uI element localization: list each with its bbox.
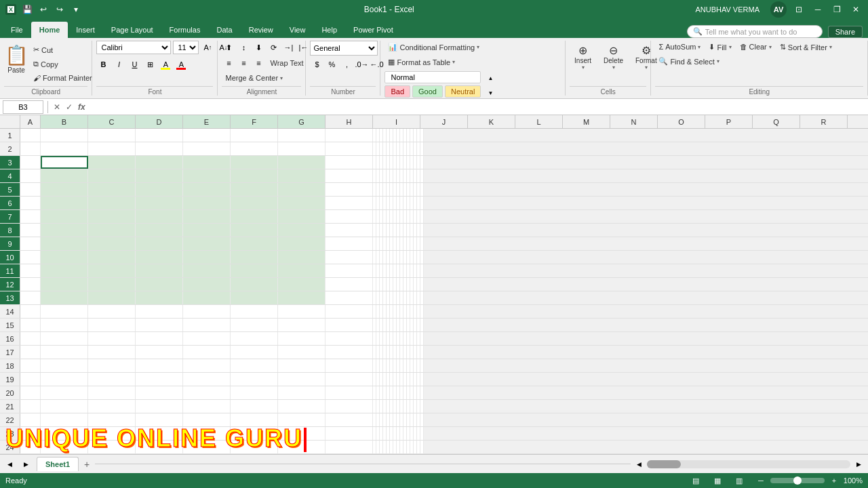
cell-A19[interactable] xyxy=(20,373,41,386)
cell-H20[interactable] xyxy=(326,386,373,399)
cell-W3[interactable] xyxy=(420,156,424,169)
cell-G18[interactable] xyxy=(278,359,326,372)
insert-cells-button[interactable]: ⊕ Insert ▾ xyxy=(570,41,596,74)
style-normal[interactable]: Normal xyxy=(384,71,481,83)
cell-F21[interactable] xyxy=(231,400,278,413)
cell-H11[interactable] xyxy=(326,264,373,277)
cell-D13[interactable] xyxy=(136,291,183,304)
cell-D11[interactable] xyxy=(136,264,183,277)
row-num-13[interactable]: 13 xyxy=(0,291,20,304)
cell-E11[interactable] xyxy=(183,264,231,277)
col-header-i[interactable]: I xyxy=(373,115,420,128)
cell-D12[interactable] xyxy=(136,278,183,291)
cell-G20[interactable] xyxy=(278,386,326,399)
cell-D9[interactable] xyxy=(136,237,183,250)
row-num-8[interactable]: 8 xyxy=(0,224,20,237)
cell-B14[interactable] xyxy=(41,305,88,318)
cell-C18[interactable] xyxy=(88,359,136,372)
cell-W17[interactable] xyxy=(420,346,424,359)
cell-W21[interactable] xyxy=(420,400,424,413)
cell-F2[interactable] xyxy=(231,142,278,155)
cell-H1[interactable] xyxy=(326,129,373,142)
fill-color-button[interactable]: A xyxy=(159,58,172,71)
borders-button[interactable]: ⊞ xyxy=(143,58,157,71)
cell-C2[interactable] xyxy=(88,142,136,155)
cell-G12[interactable] xyxy=(278,278,326,291)
page-layout-view-button[interactable]: ▦ xyxy=(711,474,724,487)
row-num-1[interactable]: 1 xyxy=(0,129,20,142)
cell-D8[interactable] xyxy=(136,224,183,237)
cell-B18[interactable] xyxy=(41,359,88,372)
cell-B9[interactable] xyxy=(41,237,88,250)
merge-center-button[interactable]: Merge & Center ▾ xyxy=(222,72,286,84)
save-button[interactable]: 💾 xyxy=(20,3,34,16)
cell-C21[interactable] xyxy=(88,400,136,413)
cell-B1[interactable] xyxy=(41,129,88,142)
enter-formula-icon[interactable]: ✓ xyxy=(64,101,74,113)
cell-C15[interactable] xyxy=(88,319,136,331)
cell-C10[interactable] xyxy=(88,251,136,264)
cell-W7[interactable] xyxy=(420,210,424,223)
comma-button[interactable]: , xyxy=(340,58,353,71)
cell-E12[interactable] xyxy=(183,278,231,291)
cell-B4[interactable] xyxy=(41,169,88,182)
delete-cells-button[interactable]: ⊖ Delete ▾ xyxy=(599,41,628,74)
cell-F5[interactable] xyxy=(231,183,278,196)
ribbon-display-button[interactable]: ⊡ xyxy=(792,3,806,16)
cell-F11[interactable] xyxy=(231,264,278,277)
cell-H16[interactable] xyxy=(326,332,373,345)
cell-A12[interactable] xyxy=(20,278,41,291)
cell-E8[interactable] xyxy=(183,224,231,237)
cell-E17[interactable] xyxy=(183,346,231,359)
tab-formulas[interactable]: Formulas xyxy=(161,22,209,38)
cell-G10[interactable] xyxy=(278,251,326,264)
cell-G13[interactable] xyxy=(278,291,326,304)
cell-D4[interactable] xyxy=(136,169,183,182)
col-header-l[interactable]: L xyxy=(515,115,563,128)
cell-C6[interactable] xyxy=(88,197,136,209)
cell-W10[interactable] xyxy=(420,251,424,264)
cell-H7[interactable] xyxy=(326,210,373,223)
cell-E14[interactable] xyxy=(183,305,231,318)
cell-G16[interactable] xyxy=(278,332,326,345)
fill-button[interactable]: ⬇ Fill ▾ xyxy=(705,41,734,54)
align-middle-button[interactable]: ↕ xyxy=(237,41,250,54)
cell-F12[interactable] xyxy=(231,278,278,291)
indent-increase-button[interactable]: →| xyxy=(281,41,295,54)
row-num-3[interactable]: 3 xyxy=(0,156,20,169)
sort-filter-button[interactable]: ⇅ Sort & Filter ▾ xyxy=(776,41,835,54)
cell-C13[interactable] xyxy=(88,291,136,304)
cell-H17[interactable] xyxy=(326,346,373,359)
col-header-p[interactable]: P xyxy=(705,115,753,128)
cell-B21[interactable] xyxy=(41,400,88,413)
autosum-button[interactable]: Σ AutoSum ▾ xyxy=(655,41,704,53)
cell-E6[interactable] xyxy=(183,197,231,209)
scroll-right-button[interactable]: ▶ xyxy=(852,458,865,471)
cell-B11[interactable] xyxy=(41,264,88,277)
cell-A14[interactable] xyxy=(20,305,41,318)
tab-home[interactable]: Home xyxy=(31,22,68,38)
cell-C5[interactable] xyxy=(88,183,136,196)
cell-F1[interactable] xyxy=(231,129,278,142)
cell-B10[interactable] xyxy=(41,251,88,264)
cell-C19[interactable] xyxy=(88,373,136,386)
tab-view[interactable]: View xyxy=(281,22,314,38)
cell-F19[interactable] xyxy=(231,373,278,386)
cell-B3[interactable] xyxy=(41,156,88,169)
format-as-table-button[interactable]: ▦ Format as Table ▾ xyxy=(384,56,483,68)
row-num-18[interactable]: 18 xyxy=(0,359,20,372)
normal-view-button[interactable]: ▤ xyxy=(689,474,703,487)
cell-F6[interactable] xyxy=(231,197,278,209)
row-num-5[interactable]: 5 xyxy=(0,183,20,196)
cell-B6[interactable] xyxy=(41,197,88,209)
cell-D17[interactable] xyxy=(136,346,183,359)
cell-G6[interactable] xyxy=(278,197,326,209)
scroll-sheets-right[interactable]: ▶ xyxy=(19,458,33,471)
cell-F15[interactable] xyxy=(231,319,278,331)
cell-H10[interactable] xyxy=(326,251,373,264)
cell-H15[interactable] xyxy=(326,319,373,331)
increase-font-size-button[interactable]: A↑ xyxy=(201,41,214,54)
cell-W13[interactable] xyxy=(420,291,424,304)
cell-C16[interactable] xyxy=(88,332,136,345)
cut-button[interactable]: ✂ Cut xyxy=(30,43,96,56)
